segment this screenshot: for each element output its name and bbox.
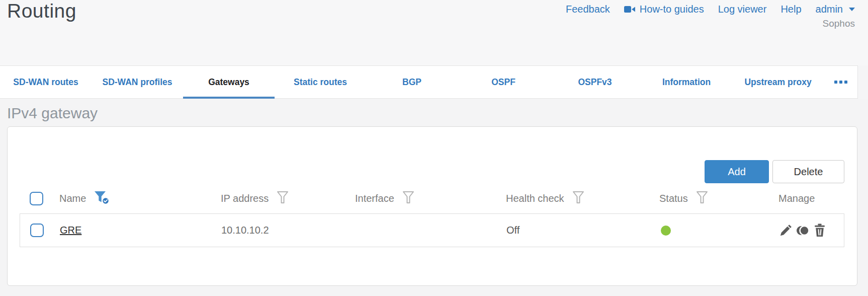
gateway-name-link[interactable]: GRE	[60, 225, 81, 236]
content-area: IPv4 gateway Add Delete Name IP address	[0, 99, 868, 296]
delete-trash-icon[interactable]	[814, 224, 826, 237]
gateway-health-check: Off	[506, 225, 660, 236]
column-health-check-label: Health check	[506, 193, 564, 204]
chevron-down-icon	[849, 8, 855, 11]
feedback-link[interactable]: Feedback	[566, 4, 610, 15]
column-ip-label: IP address	[221, 193, 269, 204]
gateway-ip: 10.10.10.2	[221, 225, 356, 236]
filter-icon[interactable]	[696, 190, 709, 207]
ellipsis-icon	[834, 81, 837, 84]
tab-upstream-proxy[interactable]: Upstream proxy	[732, 66, 824, 98]
video-camera-icon	[624, 5, 636, 14]
tab-bgp[interactable]: BGP	[366, 66, 458, 98]
help-link[interactable]: Help	[780, 4, 801, 15]
log-viewer-link[interactable]: Log viewer	[718, 4, 767, 15]
ipv4-gateway-panel: Add Delete Name IP address	[7, 126, 857, 286]
tab-bar: SD-WAN routes SD-WAN profiles Gateways S…	[0, 65, 858, 99]
tab-sdwan-profiles[interactable]: SD-WAN profiles	[92, 66, 183, 98]
filter-icon[interactable]	[402, 190, 415, 207]
tab-gateways[interactable]: Gateways	[183, 66, 275, 98]
clone-icon[interactable]	[796, 225, 810, 237]
column-name-label: Name	[59, 193, 86, 204]
filter-icon[interactable]	[572, 190, 585, 207]
row-checkbox[interactable]	[30, 224, 44, 237]
brand-label: Sophos	[823, 18, 855, 29]
tab-static-routes[interactable]: Static routes	[275, 66, 366, 98]
tab-information[interactable]: Information	[641, 66, 732, 98]
ellipsis-icon	[844, 81, 847, 84]
top-header: Routing Feedback How-to guides Log viewe…	[0, 0, 868, 65]
filter-active-icon[interactable]	[94, 190, 110, 207]
howto-guides-link[interactable]: How-to guides	[624, 4, 704, 15]
user-menu[interactable]: admin	[816, 4, 855, 15]
manage-actions	[779, 224, 844, 237]
ellipsis-icon	[839, 81, 842, 84]
table-row: GRE 10.10.10.2 Off	[20, 213, 844, 247]
tab-sdwan-routes[interactable]: SD-WAN routes	[0, 66, 92, 98]
section-title: IPv4 gateway	[0, 99, 868, 126]
filter-icon[interactable]	[276, 190, 289, 207]
tabs-overflow-button[interactable]	[824, 66, 857, 98]
column-status-label: Status	[659, 193, 688, 204]
header-links: Feedback How-to guides Log viewer Help a…	[566, 4, 855, 15]
edit-pencil-icon[interactable]	[779, 224, 793, 237]
page-title: Routing	[7, 0, 76, 22]
tab-ospf[interactable]: OSPF	[458, 66, 549, 98]
toolbar: Add Delete	[20, 160, 844, 183]
delete-button[interactable]: Delete	[772, 160, 844, 183]
table-header: Name IP address Interface	[20, 183, 844, 213]
column-manage-label: Manage	[778, 193, 815, 204]
status-up-indicator	[661, 226, 671, 236]
column-interface-label: Interface	[355, 193, 394, 204]
add-button[interactable]: Add	[705, 160, 769, 183]
select-all-checkbox[interactable]	[30, 192, 43, 205]
tab-ospfv3[interactable]: OSPFv3	[549, 66, 641, 98]
